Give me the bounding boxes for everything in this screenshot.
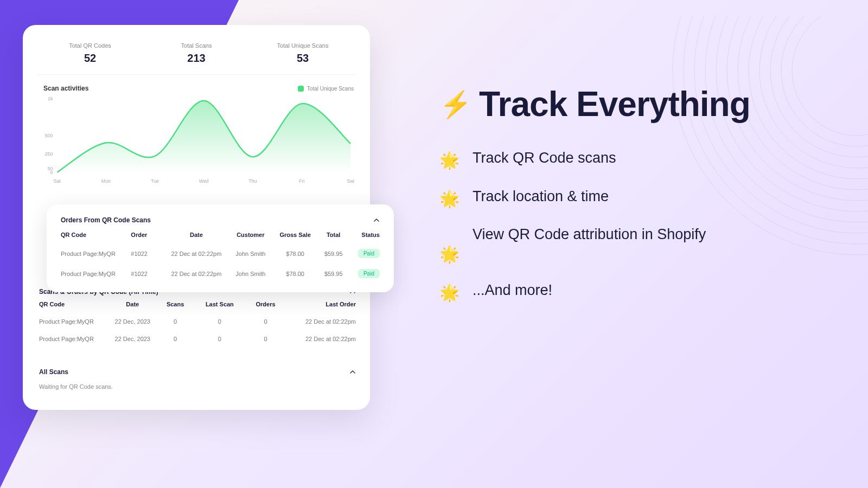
cell-lastorder: 22 Dec at 02:22pm: [286, 318, 355, 325]
th-order: Order: [131, 232, 166, 238]
feature-panel: ⚡ Track Everything 🌟Track QR Code scans🌟…: [439, 84, 830, 305]
cell-order: #1022: [131, 251, 166, 257]
cell-total: $59.95: [316, 251, 351, 257]
th-date: Date: [166, 232, 227, 238]
cell-date: 22 Dec at 02:22pm: [166, 251, 227, 257]
th-gross: Gross Sale: [275, 232, 316, 238]
cell-status: Paid: [351, 269, 380, 278]
feature-text: View QR Code attribution in Shopify: [473, 223, 706, 246]
feature-heading: ⚡ Track Everything: [439, 84, 830, 124]
status-badge: Paid: [358, 249, 380, 258]
svg-text:Sat: Sat: [347, 178, 355, 184]
svg-text:Fri: Fri: [299, 178, 304, 184]
feature-item: 🌟View QR Code attribution in Shopify: [439, 223, 830, 267]
cell-gross: $78.00: [275, 251, 316, 257]
cell-qr: Product Page:MyQR: [61, 251, 131, 257]
table-row[interactable]: Product Page:MyQR 22 Dec, 2023 0 0 0 22 …: [39, 330, 356, 348]
all-scans-section: All Scans Waiting for QR Code scans.: [37, 363, 356, 395]
stat-label: Total Unique Scans: [250, 42, 356, 49]
cell-scans: 0: [156, 318, 194, 325]
heading-text: Track Everything: [479, 84, 750, 124]
svg-text:Thu: Thu: [248, 178, 257, 184]
cell-scans: 0: [156, 336, 194, 342]
chevron-up-icon[interactable]: [349, 369, 356, 375]
feature-item: 🌟Track location & time: [439, 185, 830, 212]
orders-card: Orders From QR Code Scans QR Code Order …: [47, 204, 394, 292]
all-scans-message: Waiting for QR Code scans.: [39, 381, 356, 392]
stat-label: Total Scans: [143, 42, 250, 49]
svg-text:250: 250: [45, 151, 53, 157]
stat-total-qr: Total QR Codes 52: [37, 42, 143, 65]
cell-customer: John Smith: [227, 251, 275, 257]
th-status: Status: [351, 232, 380, 238]
feature-item: 🌟...And more!: [439, 279, 830, 306]
star-icon: 🌟: [439, 187, 459, 212]
cell-date: 22 Dec, 2023: [108, 336, 156, 342]
feature-text: Track location & time: [473, 185, 609, 208]
svg-text:500: 500: [45, 133, 53, 138]
table-row[interactable]: Product Page:MyQR 22 Dec, 2023 0 0 0 22 …: [39, 313, 356, 330]
orders-table: QR Code Order Date Customer Gross Sale T…: [61, 232, 380, 284]
th-lastorder: Last Order: [286, 301, 355, 307]
section-title: All Scans: [39, 368, 68, 376]
table-row[interactable]: Product Page:MyQR #1022 22 Dec at 02:22p…: [61, 243, 380, 264]
legend-swatch-icon: [298, 86, 304, 92]
stat-total-scans: Total Scans 213: [143, 42, 250, 65]
feature-text: ...And more!: [473, 279, 552, 302]
status-badge: Paid: [358, 269, 380, 278]
cell-qr: Product Page:MyQR: [61, 271, 131, 277]
svg-text:Mon: Mon: [101, 178, 111, 184]
th-qr: QR Code: [39, 301, 108, 307]
feature-list: 🌟Track QR Code scans🌟Track location & ti…: [439, 147, 830, 305]
chevron-up-icon[interactable]: [373, 217, 380, 223]
scans-orders-table: QR Code Date Scans Last Scan Orders Last…: [39, 301, 356, 348]
feature-item: 🌟Track QR Code scans: [439, 147, 830, 174]
stat-value: 213: [143, 52, 250, 65]
cell-order: #1022: [131, 271, 166, 277]
stats-row: Total QR Codes 52 Total Scans 213 Total …: [37, 42, 356, 75]
cell-qr: Product Page:MyQR: [39, 318, 108, 325]
th-total: Total: [316, 232, 351, 238]
chart-title: Scan activities: [43, 85, 88, 92]
feature-text: Track QR Code scans: [473, 147, 616, 170]
cell-qr: Product Page:MyQR: [39, 336, 108, 342]
svg-text:Wed: Wed: [199, 178, 209, 184]
stat-value: 52: [37, 52, 143, 65]
table-row[interactable]: Product Page:MyQR #1022 22 Dec at 02:22p…: [61, 264, 380, 284]
section-title: Orders From QR Code Scans: [61, 216, 151, 224]
th-date: Date: [108, 301, 156, 307]
cell-date: 22 Dec at 02:22pm: [166, 271, 227, 277]
th-qr: QR Code: [61, 232, 131, 238]
cell-orders: 0: [245, 336, 286, 342]
chart-area: Scan activities Total Unique Scans 05025…: [37, 80, 356, 196]
cell-gross: $78.00: [275, 271, 316, 277]
bolt-icon: ⚡: [439, 89, 471, 120]
cell-lastscan: 0: [194, 336, 245, 342]
svg-text:1k: 1k: [48, 96, 53, 101]
svg-text:Sat: Sat: [54, 178, 61, 184]
th-lastscan: Last Scan: [194, 301, 245, 307]
cell-customer: John Smith: [227, 271, 275, 277]
th-scans: Scans: [156, 301, 194, 307]
th-customer: Customer: [227, 232, 275, 238]
chart-legend: Total Unique Scans: [298, 86, 354, 92]
cell-date: 22 Dec, 2023: [108, 318, 156, 325]
cell-lastscan: 0: [194, 318, 245, 325]
star-icon: 🌟: [439, 148, 459, 174]
star-icon: 🌟: [439, 280, 459, 306]
cell-status: Paid: [351, 249, 380, 258]
stat-unique-scans: Total Unique Scans 53: [250, 42, 356, 65]
svg-text:Tue: Tue: [151, 178, 159, 184]
stat-label: Total QR Codes: [37, 42, 143, 49]
stat-value: 53: [250, 52, 356, 65]
th-orders: Orders: [245, 301, 286, 307]
cell-lastorder: 22 Dec at 02:22pm: [286, 336, 355, 342]
scans-orders-section: Scans & Orders by QR Code (All Time) QR …: [37, 282, 356, 351]
svg-text:50: 50: [48, 166, 53, 171]
star-icon: 🌟: [439, 242, 459, 267]
cell-orders: 0: [245, 318, 286, 325]
legend-label: Total Unique Scans: [307, 86, 354, 92]
scan-activities-chart: 0502505001kSatMonTueWedThuFriSat: [37, 93, 356, 188]
cell-total: $59.95: [316, 271, 351, 277]
